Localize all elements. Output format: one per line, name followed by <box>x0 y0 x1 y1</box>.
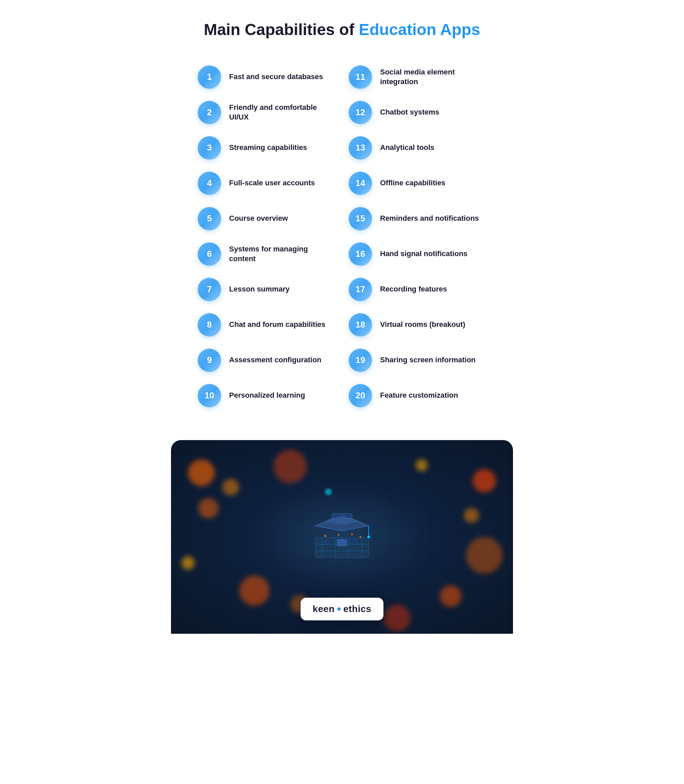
number-badge-9: 9 <box>198 349 221 372</box>
capability-label-9: Assessment configuration <box>229 355 321 365</box>
capability-label-16: Hand signal notifications <box>380 249 468 259</box>
capability-item-13: 13 Analytical tools <box>342 130 493 166</box>
capability-item-14: 14 Offline capabilities <box>342 166 493 201</box>
left-column: 1 Fast and secure databases 2 Friendly a… <box>191 60 342 414</box>
svg-rect-12 <box>337 539 347 546</box>
logo-dot-icon <box>337 607 340 611</box>
number-badge-2: 2 <box>198 101 221 124</box>
number-badge-11: 11 <box>349 66 372 89</box>
capability-label-15: Reminders and notifications <box>380 214 479 224</box>
logo-text-left: keen <box>313 604 335 614</box>
capability-item-8: 8 Chat and forum capabilities <box>191 307 342 343</box>
capability-label-11: Social media element integration <box>380 68 486 87</box>
capability-label-20: Feature customization <box>380 391 458 400</box>
header-section: Main Capabilities of Education Apps <box>171 0 513 53</box>
svg-rect-13 <box>350 539 357 544</box>
capability-item-7: 7 Lesson summary <box>191 272 342 307</box>
capability-label-5: Course overview <box>229 214 288 224</box>
capability-item-11: 11 Social media element integration <box>342 60 493 95</box>
capability-label-8: Chat and forum capabilities <box>229 320 326 330</box>
number-badge-1: 1 <box>198 66 221 89</box>
capability-label-19: Sharing screen information <box>380 355 476 365</box>
number-badge-14: 14 <box>349 172 372 195</box>
svg-point-10 <box>367 536 370 538</box>
graduation-cap-icon <box>308 507 376 561</box>
number-badge-13: 13 <box>349 136 372 159</box>
capability-item-10: 10 Personalized learning <box>191 378 342 414</box>
capability-item-17: 17 Recording features <box>342 272 493 307</box>
capability-label-1: Fast and secure databases <box>229 72 323 82</box>
capability-item-2: 2 Friendly and comfortable UI/UX <box>191 95 342 130</box>
number-badge-5: 5 <box>198 207 221 230</box>
logo-badge: keen ethics <box>301 598 383 620</box>
capability-label-14: Offline capabilities <box>380 178 445 188</box>
number-badge-3: 3 <box>198 136 221 159</box>
capability-item-5: 5 Course overview <box>191 201 342 237</box>
capability-item-4: 4 Full-scale user accounts <box>191 166 342 201</box>
capability-label-12: Chatbot systems <box>380 108 439 117</box>
capability-label-4: Full-scale user accounts <box>229 178 315 188</box>
capabilities-grid: 1 Fast and secure databases 2 Friendly a… <box>171 53 513 433</box>
number-badge-10: 10 <box>198 384 221 407</box>
bottom-image-section: keen ethics <box>171 440 513 634</box>
capability-label-7: Lesson summary <box>229 285 290 294</box>
capability-label-10: Personalized learning <box>229 391 305 400</box>
capability-item-15: 15 Reminders and notifications <box>342 201 493 237</box>
page-title: Main Capabilities of Education Apps <box>184 20 500 39</box>
capability-item-16: 16 Hand signal notifications <box>342 237 493 272</box>
capability-item-18: 18 Virtual rooms (breakout) <box>342 307 493 343</box>
svg-point-16 <box>360 536 361 538</box>
capability-item-20: 20 Feature customization <box>342 378 493 414</box>
capability-label-17: Recording features <box>380 285 447 294</box>
capability-label-3: Streaming capabilities <box>229 143 307 153</box>
circuit-background: keen ethics <box>171 440 513 634</box>
svg-point-15 <box>324 535 326 537</box>
logo-text-right: ethics <box>344 604 371 614</box>
number-badge-8: 8 <box>198 313 221 336</box>
number-badge-15: 15 <box>349 207 372 230</box>
svg-rect-14 <box>324 541 329 544</box>
page-wrapper: Main Capabilities of Education Apps 1 Fa… <box>171 0 513 634</box>
svg-point-17 <box>338 534 339 536</box>
number-badge-16: 16 <box>349 242 372 266</box>
right-column: 11 Social media element integration 12 C… <box>342 60 493 414</box>
number-badge-12: 12 <box>349 101 372 124</box>
capability-item-9: 9 Assessment configuration <box>191 343 342 378</box>
number-badge-4: 4 <box>198 172 221 195</box>
capability-item-3: 3 Streaming capabilities <box>191 130 342 166</box>
number-badge-17: 17 <box>349 278 372 301</box>
number-badge-7: 7 <box>198 278 221 301</box>
capability-label-2: Friendly and comfortable UI/UX <box>229 103 335 122</box>
title-highlight: Education Apps <box>359 21 480 39</box>
capability-item-19: 19 Sharing screen information <box>342 343 493 378</box>
svg-point-18 <box>351 533 353 535</box>
capability-item-1: 1 Fast and secure databases <box>191 60 342 95</box>
capability-item-6: 6 Systems for managing content <box>191 237 342 272</box>
capability-label-13: Analytical tools <box>380 143 434 153</box>
capability-label-18: Virtual rooms (breakout) <box>380 320 465 330</box>
capability-item-12: 12 Chatbot systems <box>342 95 493 130</box>
number-badge-6: 6 <box>198 242 221 266</box>
capability-label-6: Systems for managing content <box>229 245 335 264</box>
title-plain: Main Capabilities of <box>204 21 359 39</box>
number-badge-19: 19 <box>349 349 372 372</box>
number-badge-18: 18 <box>349 313 372 336</box>
number-badge-20: 20 <box>349 384 372 407</box>
